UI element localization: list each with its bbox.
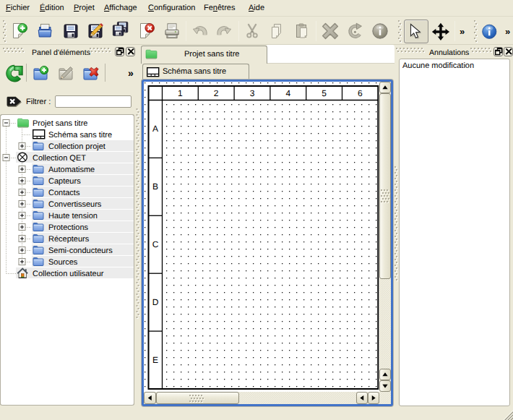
svg-text:Collection QET: Collection QET [33,154,86,163]
svg-text:Protections: Protections [48,223,89,232]
svg-text:Schéma sans titre: Schéma sans titre [48,131,112,140]
svg-text:Convertisseurs: Convertisseurs [48,200,102,209]
svg-text:Semi-conducteurs: Semi-conducteurs [48,247,113,255]
svg-text:Contacts: Contacts [48,189,80,197]
svg-text:Automatisme: Automatisme [48,166,95,174]
svg-text:Collection projet: Collection projet [48,142,105,151]
svg-text:Sources: Sources [48,258,78,267]
svg-text:Récepteurs: Récepteurs [48,235,90,244]
svg-text:Capteurs: Capteurs [48,177,81,186]
svg-text:Projet sans titre: Projet sans titre [33,119,87,128]
svg-text:Collection utilisateur: Collection utilisateur [33,270,104,278]
svg-text:Haute tension: Haute tension [48,212,98,220]
